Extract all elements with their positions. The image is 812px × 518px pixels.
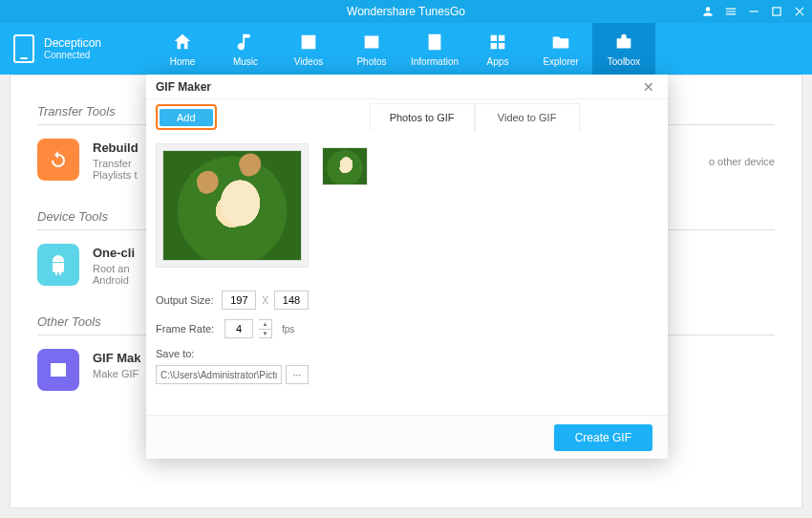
frame-rate-spinner[interactable]: ▲▼: [259, 319, 272, 338]
gif-settings: Output Size: X Frame Rate: ▲▼ fps Save t…: [156, 291, 309, 384]
device-status: Connected: [44, 50, 101, 61]
save-path-input[interactable]: [156, 365, 282, 384]
preview-box: [156, 143, 309, 268]
nav-photos[interactable]: Photos: [340, 23, 403, 75]
menu-icon[interactable]: [724, 5, 737, 18]
main-nav: Home Music Videos Photos Information App…: [151, 23, 655, 75]
nav-videos[interactable]: Videos: [277, 23, 340, 75]
add-button-highlight: Add: [156, 104, 217, 130]
close-icon[interactable]: ✕: [639, 79, 658, 95]
minimize-icon[interactable]: [747, 5, 760, 18]
svg-rect-0: [749, 11, 758, 11]
device-name: Decepticon: [44, 36, 101, 50]
x-separator: X: [262, 295, 268, 306]
dialog-title: GIF Maker: [156, 80, 639, 94]
output-height-input[interactable]: [274, 291, 309, 310]
chevron-up-icon: ▲: [259, 320, 271, 330]
nav-apps[interactable]: Apps: [466, 23, 529, 75]
save-path-row: ···: [156, 365, 309, 384]
phone-icon: [13, 34, 34, 63]
tab-photos-to-gif[interactable]: Photos to GIF: [370, 103, 475, 131]
tool-text: GIF Mak Make GIF: [93, 349, 141, 379]
dialog-header: GIF Maker ✕: [146, 75, 668, 99]
dialog-footer: Create GIF: [146, 415, 668, 459]
chevron-down-icon: ▼: [259, 330, 271, 338]
thumbnail-item[interactable]: [322, 147, 368, 185]
tool-desc-suffix: o other device: [709, 139, 775, 167]
add-button[interactable]: Add: [160, 109, 213, 126]
output-size-row: Output Size: X: [156, 291, 309, 310]
user-icon[interactable]: [701, 5, 715, 18]
browse-button[interactable]: ···: [286, 365, 309, 384]
fps-unit: fps: [282, 324, 294, 335]
nav-explorer[interactable]: Explorer: [529, 23, 592, 75]
nav-music[interactable]: Music: [214, 23, 277, 75]
preview-image: [162, 150, 302, 261]
dialog-body: Output Size: X Frame Rate: ▲▼ fps Save t…: [146, 134, 668, 415]
nav-toolbox[interactable]: Toolbox: [592, 23, 655, 75]
close-window-icon[interactable]: [793, 5, 806, 18]
output-width-input[interactable]: [222, 291, 256, 310]
left-panel: Output Size: X Frame Rate: ▲▼ fps Save t…: [156, 143, 309, 405]
dialog-tabs: Photos to GIF Video to GIF: [370, 103, 580, 131]
nav-information[interactable]: Information: [403, 23, 466, 75]
app-title: Wondershare TunesGo: [347, 5, 465, 18]
output-size-label: Output Size:: [156, 294, 216, 306]
header-bar: Decepticon Connected Home Music Videos P…: [0, 23, 812, 75]
frame-rate-input[interactable]: [224, 319, 253, 338]
maximize-icon[interactable]: [770, 5, 783, 18]
tab-video-to-gif[interactable]: Video to GIF: [475, 103, 580, 131]
titlebar-controls: [701, 0, 806, 23]
rebuild-icon: [37, 139, 79, 181]
dialog-toolbar: Add Photos to GIF Video to GIF: [146, 99, 668, 134]
gif-icon: [37, 349, 79, 391]
device-box[interactable]: Decepticon Connected: [0, 23, 151, 75]
device-info: Decepticon Connected: [44, 36, 101, 61]
titlebar: Wondershare TunesGo: [0, 0, 812, 23]
save-to-label: Save to:: [156, 348, 309, 359]
thumbnails-panel: [322, 143, 658, 405]
svg-rect-1: [773, 8, 780, 15]
frame-rate-label: Frame Rate:: [156, 323, 219, 335]
create-gif-button[interactable]: Create GIF: [554, 424, 652, 451]
frame-rate-row: Frame Rate: ▲▼ fps: [156, 319, 309, 338]
nav-home[interactable]: Home: [151, 23, 214, 75]
tool-text: Rebuild TransferPlaylists t: [93, 139, 139, 181]
gif-maker-dialog: GIF Maker ✕ Add Photos to GIF Video to G…: [146, 75, 668, 459]
android-icon: [37, 244, 79, 286]
tool-text: One-cli Root anAndroid: [93, 244, 135, 286]
